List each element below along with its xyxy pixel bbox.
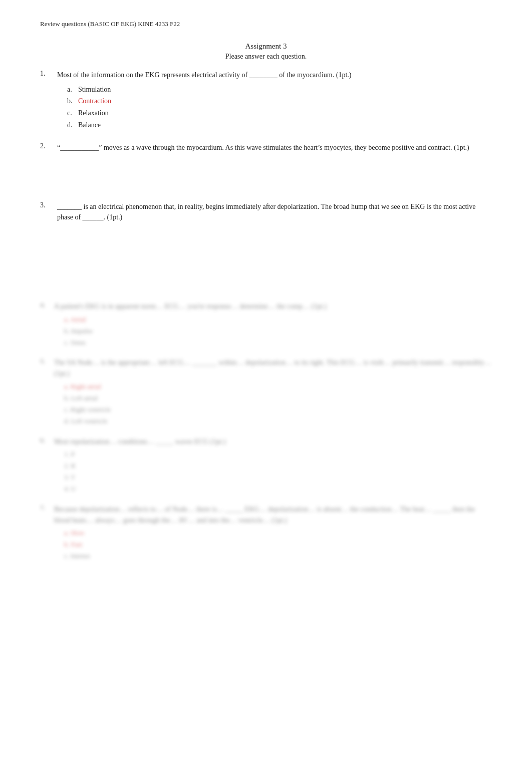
blurred-question-7: 7. Because depolarization… reflects to… … — [40, 504, 492, 562]
header-text: Review questions (BASIC OF EKG) KINE 423… — [40, 20, 180, 28]
page-header: Review questions (BASIC OF EKG) KINE 423… — [40, 20, 492, 28]
blurred-q7-b: b. Fast — [64, 539, 492, 551]
answer-1b-text: Contraction — [78, 95, 111, 107]
question-1-body: Most of the information on the EKG repre… — [57, 70, 492, 131]
question-3-number: 3. — [40, 201, 57, 226]
answer-1a-text: Stimulation — [78, 84, 111, 96]
question-2: 2. “___________” moves as a wave through… — [40, 142, 492, 156]
blurred-q5-c: c. Right ventricle — [64, 404, 492, 416]
blurred-q6-1: 1. P — [64, 449, 226, 460]
blurred-q5-d: d. Left ventricle — [64, 416, 492, 427]
answer-1d: d. Balance — [67, 119, 492, 131]
question-3: 3. _______ is an electrical phenomenon t… — [40, 201, 492, 226]
question-1-answers: a. Stimulation b. Contraction c. Relaxat… — [67, 84, 492, 131]
answer-1b: b. Contraction — [67, 95, 492, 107]
question-list: 1. Most of the information on the EKG re… — [40, 70, 492, 296]
blurred-q5-a: a. Right atrial — [64, 381, 492, 393]
blurred-q6-4: 4. U — [64, 483, 226, 495]
question-2-text: “___________” moves as a wave through th… — [57, 142, 492, 153]
question-1: 1. Most of the information on the EKG re… — [40, 70, 492, 131]
blurred-q6-3: 3. T — [64, 472, 226, 483]
blurred-q4-c: c. Sinus — [64, 337, 327, 349]
spacer-q3 — [40, 226, 492, 296]
answer-1d-letter: d. — [67, 119, 78, 131]
blurred-q7-a: a. Slow — [64, 528, 492, 539]
assignment-subtitle: Please answer each question. — [40, 53, 492, 61]
blurred-q4-text: A patient's EKG is in apparent norm… ECG… — [54, 301, 327, 312]
assignment-title: Assignment 3 — [40, 42, 492, 51]
question-2-number: 2. — [40, 142, 57, 156]
blurred-q6-2: 2. R — [64, 460, 226, 472]
blurred-q6-text: Most repolarization… conditions… _____ w… — [54, 436, 226, 447]
question-1-text: Most of the information on the EKG repre… — [57, 70, 492, 81]
blurred-question-6: 6. Most repolarization… conditions… ____… — [40, 436, 492, 495]
blurred-question-4: 4. A patient's EKG is in apparent norm… … — [40, 301, 492, 349]
blurred-q4-b: b. Impulse — [64, 326, 327, 337]
question-3-body: _______ is an electrical phenomenon that… — [57, 201, 492, 226]
answer-1a: a. Stimulation — [67, 84, 492, 96]
answer-1b-letter: b. — [67, 95, 78, 107]
answer-1c: c. Relaxation — [67, 107, 492, 119]
answer-1a-letter: a. — [67, 84, 78, 96]
question-1-number: 1. — [40, 70, 57, 131]
answer-1c-text: Relaxation — [78, 107, 109, 119]
answer-1c-letter: c. — [67, 107, 78, 119]
blurred-q4-a: a. Atrial — [64, 314, 327, 326]
question-3-text: _______ is an electrical phenomenon that… — [57, 201, 492, 223]
blurred-q7-c: c. Intense — [64, 551, 492, 562]
answer-1d-text: Balance — [78, 119, 101, 131]
blurred-q5-text: The SA Node… is the appropriate… left EC… — [54, 357, 492, 379]
blurred-section: 4. A patient's EKG is in apparent norm… … — [40, 301, 492, 562]
blurred-q7-text: Because depolarization… reflects to… of … — [54, 504, 492, 526]
blurred-q5-b: b. Left atrial — [64, 393, 492, 404]
spacer-q2 — [40, 156, 492, 201]
question-2-body: “___________” moves as a wave through th… — [57, 142, 492, 156]
blurred-question-5: 5. The SA Node… is the appropriate… left… — [40, 357, 492, 427]
